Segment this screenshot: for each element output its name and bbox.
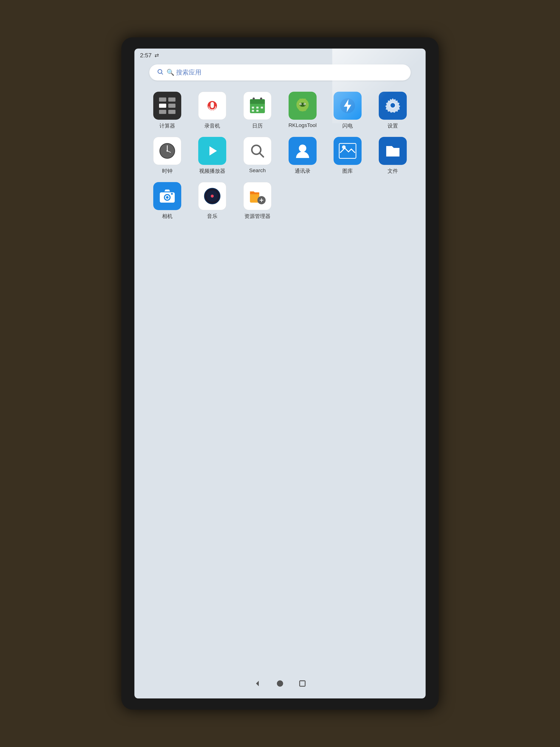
- svg-rect-15: [256, 107, 259, 108]
- app-label-clock: 时钟: [162, 168, 172, 175]
- app-item-filemanager[interactable]: 资源管理器: [236, 180, 279, 222]
- svg-rect-60: [300, 681, 305, 686]
- app-icon-videoplayer: [198, 137, 226, 165]
- tablet-device: 2:57 ⇄ 🔍 搜索应用: [121, 37, 439, 710]
- app-grid: 计算器 录音机 日历: [134, 86, 426, 672]
- recent-apps-button[interactable]: [297, 678, 308, 689]
- svg-rect-7: [168, 110, 176, 114]
- bottom-navigation: [134, 672, 426, 695]
- sync-icon: ⇄: [155, 52, 159, 58]
- app-label-recorder: 录音机: [205, 122, 220, 129]
- app-label-filemanager: 资源管理器: [244, 213, 270, 220]
- svg-rect-13: [250, 102, 265, 104]
- app-item-recorder[interactable]: 录音机: [191, 90, 234, 131]
- app-item-camera[interactable]: 相机: [145, 180, 189, 222]
- app-label-music: 音乐: [207, 213, 217, 220]
- svg-point-25: [300, 103, 301, 105]
- app-item-settings[interactable]: 设置: [371, 90, 415, 131]
- app-icon-calendar: [243, 92, 271, 120]
- search-bar-container: 🔍 搜索应用: [134, 61, 426, 86]
- app-icon-flash: [334, 92, 362, 120]
- app-label-camera: 相机: [162, 213, 172, 220]
- app-item-music[interactable]: 音乐: [191, 180, 234, 222]
- app-item-contacts[interactable]: 通讯录: [281, 135, 324, 177]
- app-icon-files: [379, 137, 407, 165]
- home-button[interactable]: [274, 678, 286, 689]
- status-time: 2:57: [140, 52, 152, 59]
- tablet-screen: 2:57 ⇄ 🔍 搜索应用: [134, 49, 426, 698]
- svg-rect-28: [304, 99, 306, 102]
- svg-point-48: [171, 193, 173, 195]
- app-item-flash[interactable]: 闪电: [326, 90, 369, 131]
- svg-marker-58: [256, 681, 259, 686]
- app-item-calculator[interactable]: 计算器: [145, 90, 189, 131]
- app-icon-music: [198, 182, 226, 210]
- app-label-calculator: 计算器: [159, 122, 175, 129]
- app-item-calendar[interactable]: 日历: [236, 90, 279, 131]
- app-icon-clock: [153, 137, 181, 165]
- app-icon-search: [243, 137, 271, 165]
- app-label-flash: 闪电: [342, 122, 353, 129]
- svg-point-41: [299, 145, 306, 152]
- app-item-files[interactable]: 文件: [371, 135, 415, 177]
- svg-point-26: [304, 103, 305, 105]
- app-label-files: 文件: [388, 168, 398, 175]
- search-bar[interactable]: 🔍 搜索应用: [149, 65, 411, 80]
- svg-point-32: [391, 103, 395, 108]
- svg-rect-17: [252, 110, 254, 112]
- app-icon-recorder: [198, 92, 226, 120]
- status-bar: 2:57 ⇄: [134, 49, 426, 61]
- svg-rect-4: [159, 104, 166, 108]
- svg-rect-57: [261, 198, 262, 202]
- back-button[interactable]: [252, 678, 263, 689]
- app-icon-filemanager: [243, 182, 271, 210]
- svg-rect-16: [261, 107, 263, 108]
- app-icon-contacts: [289, 137, 317, 165]
- app-item-clock[interactable]: 时钟: [145, 135, 189, 177]
- svg-rect-6: [159, 110, 166, 114]
- search-magnifier-icon: [157, 68, 163, 77]
- app-icon-calculator: [153, 92, 181, 120]
- svg-rect-14: [252, 107, 254, 108]
- svg-point-47: [166, 196, 168, 199]
- svg-marker-38: [209, 146, 217, 156]
- svg-rect-54: [250, 192, 259, 194]
- svg-point-19: [252, 98, 255, 100]
- svg-rect-5: [168, 104, 176, 108]
- app-label-videoplayer: 视频播放器: [199, 168, 225, 175]
- svg-point-37: [166, 150, 168, 152]
- app-item-search[interactable]: Search: [236, 135, 279, 177]
- app-icon-camera: [153, 182, 181, 210]
- app-label-settings: 设置: [388, 122, 398, 129]
- svg-point-51: [211, 195, 214, 198]
- svg-point-59: [277, 680, 283, 687]
- app-label-gallery: 图库: [342, 168, 353, 175]
- svg-point-20: [260, 98, 262, 100]
- search-placeholder-text: 🔍 搜索应用: [166, 68, 202, 77]
- app-label-search: Search: [249, 168, 266, 174]
- svg-point-42: [342, 145, 346, 149]
- svg-rect-2: [159, 98, 166, 102]
- app-item-rklogs[interactable]: RKLogsTool: [281, 90, 324, 131]
- app-label-contacts: 通讯录: [295, 168, 311, 175]
- app-item-gallery[interactable]: 图库: [326, 135, 369, 177]
- svg-line-40: [260, 153, 263, 157]
- app-item-videoplayer[interactable]: 视频播放器: [191, 135, 234, 177]
- app-label-calendar: 日历: [252, 122, 263, 129]
- app-icon-settings: [379, 92, 407, 120]
- svg-rect-18: [256, 110, 259, 112]
- app-icon-gallery: [334, 137, 362, 165]
- svg-line-1: [161, 73, 163, 74]
- svg-rect-3: [168, 98, 176, 102]
- app-icon-rklogs: [289, 92, 317, 120]
- svg-rect-27: [299, 99, 301, 102]
- app-label-rklogs: RKLogsTool: [288, 122, 317, 128]
- svg-rect-9: [211, 102, 214, 108]
